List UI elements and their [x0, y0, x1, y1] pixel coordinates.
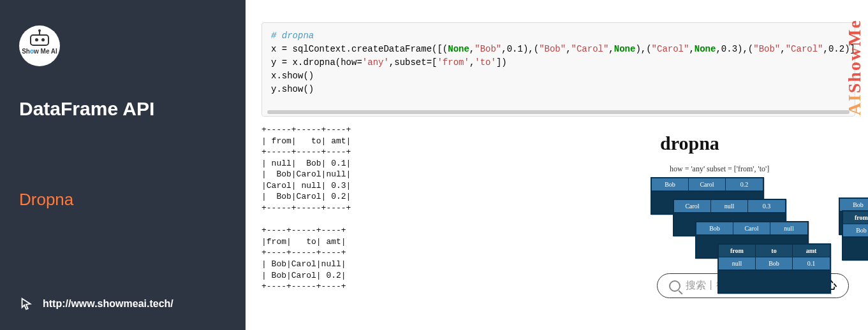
data-table: fromtoamtBobCarolnull — [842, 210, 868, 261]
table-cell: 0.1 — [793, 257, 830, 270]
table-cell: Bob — [756, 257, 793, 270]
page-title: DataFrame API — [19, 98, 226, 120]
page-subtitle: Dropna — [19, 190, 226, 210]
url-text: http://www.showmeai.tech/ — [43, 298, 173, 310]
table-cell: 0.2 — [726, 178, 763, 191]
robot-icon — [30, 34, 49, 46]
table-cell: Carol — [733, 222, 770, 235]
footer: http://www.showmeai.tech/ — [19, 297, 173, 311]
table-cell: null — [711, 200, 748, 213]
table-cell: Carol — [689, 178, 726, 191]
viz-title: dropna — [660, 133, 719, 154]
data-table: fromtoamtnullBob0.1 — [717, 243, 831, 294]
watermark: AIShowMe — [844, 19, 865, 115]
logo-text: Show Me AI — [22, 48, 57, 55]
table-header-cell: to — [756, 245, 793, 257]
viz-subtitle: how = 'any' subset = ['from', 'to'] — [670, 164, 769, 174]
table-cell: Carol — [674, 200, 711, 213]
table-cell: 0.3 — [748, 200, 785, 213]
table-header-cell: amt — [793, 245, 830, 257]
table-cell: Bob — [696, 222, 733, 235]
table-header-cell: from — [843, 212, 868, 224]
cursor-icon — [19, 297, 33, 311]
code-block: # dropna x = sqlContext.createDataFrame(… — [261, 22, 855, 117]
table-header-cell: from — [719, 245, 756, 257]
search-icon — [669, 280, 680, 292]
main-content: # dropna x = sqlContext.createDataFrame(… — [246, 0, 868, 330]
table-cell: null — [719, 257, 756, 270]
table-cell: Bob — [840, 199, 868, 212]
table-cell: Bob — [843, 224, 868, 237]
table-cell: Bob — [652, 178, 689, 191]
sidebar: Show Me AI DataFrame API Dropna http://w… — [0, 0, 246, 330]
table-cell: null — [770, 222, 807, 235]
logo: Show Me AI — [19, 25, 60, 66]
